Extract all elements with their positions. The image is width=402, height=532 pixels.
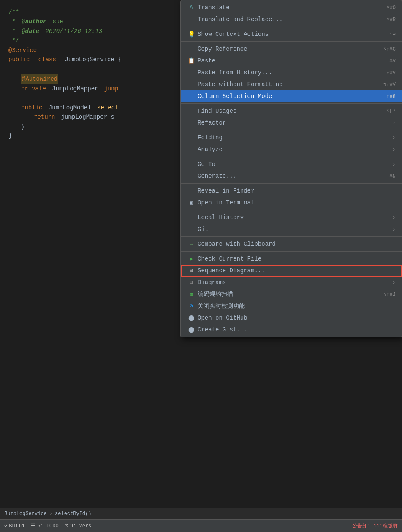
menu-item-goto[interactable]: Go To › [181,158,402,170]
code-line-1: /** [8,8,19,17]
breadcrumb-method[interactable]: selectById() [55,511,91,517]
code-line-2: * [8,17,19,26]
menu-section-reveal-terminal: Reveal in Finder ▣ Open in Terminal [181,184,402,210]
menu-item-check-file[interactable]: ▶ Check Current File [181,253,402,265]
menu-item-copy-reference[interactable]: Copy Reference ⌥⇧⌘C [181,43,402,55]
menu-section-local-history-git: Local History › Git › [181,210,402,237]
menu-item-translate[interactable]: A Translate ^⌘O [181,2,402,14]
menu-item-find-usages[interactable]: Find Usages ⌥F7 [181,105,402,117]
menu-item-translate-replace[interactable]: Translate and Replace... ^⌘R [181,14,402,25]
menu-item-compare-clipboard[interactable]: ⇒ Compare with Clipboard [181,238,402,250]
breadcrumb: JumpLogService › selectById() [0,508,402,519]
todo-icon: ☰ [31,523,35,529]
menu-item-analyze[interactable]: Analyze › [181,144,402,155]
sequence-diagram-icon: ⊞ [187,267,196,274]
menu-section-extra-tools: ▶ Check Current File ⊞ Sequence Diagram.… [181,252,402,337]
menu-section-context-actions: 💡 Show Context Actions ⌥↩ [181,27,402,42]
status-version[interactable]: ⌥ 9: Vers... [65,523,100,529]
terminal-icon: ▣ [187,199,196,206]
status-bar: ⚒ Build ☰ 6: TODO ⌥ 9: Vers... 公告知: 11:准… [0,519,402,532]
version-icon: ⌥ [65,523,68,529]
bulb-icon: 💡 [187,31,196,38]
menu-item-create-gist[interactable]: ⬤ Create Gist... [181,324,402,336]
menu-item-reveal-finder[interactable]: Reveal in Finder [181,185,402,197]
code-scan-icon: ▦ [187,291,196,298]
menu-item-open-terminal[interactable]: ▣ Open in Terminal [181,197,402,209]
menu-item-diagrams[interactable]: ⊟ Diagrams › [181,277,402,288]
context-menu: A Translate ^⌘O Translate and Replace...… [180,0,402,337]
menu-item-folding[interactable]: Folding › [181,132,402,144]
menu-item-open-github[interactable]: ⬤ Open on GitHub [181,312,402,324]
menu-item-paste[interactable]: 📋 Paste ⌘V [181,55,402,67]
menu-section-compare-clipboard: ⇒ Compare with Clipboard [181,237,402,252]
menu-item-refactor[interactable]: Refactor › [181,117,402,129]
translate-icon: A [187,4,196,11]
menu-section-clipboard: Copy Reference ⌥⇧⌘C 📋 Paste ⌘V Paste fro… [181,42,402,104]
play-icon: ▶ [187,255,196,262]
menu-item-show-context-actions[interactable]: 💡 Show Context Actions ⌥↩ [181,28,402,40]
menu-item-git[interactable]: Git › [181,223,402,235]
gist-icon: ⬤ [187,326,196,333]
menu-section-translate: A Translate ^⌘O Translate and Replace...… [181,0,402,27]
menu-section-find-refactor: Find Usages ⌥F7 Refactor › [181,104,402,130]
status-right: 公告知: 11:准版群 [352,522,398,529]
menu-item-paste-no-format[interactable]: Paste without Formatting ⌥⇧⌘V [181,79,402,90]
compare-clipboard-icon: ⇒ [187,241,196,247]
menu-item-local-history[interactable]: Local History › [181,212,402,223]
menu-item-close-realtime[interactable]: ⊘ 关闭实时检测功能 [181,300,402,312]
breadcrumb-class[interactable]: JumpLogService [4,511,47,517]
close-realtime-icon: ⊘ [187,303,196,309]
menu-section-goto-generate: Go To › Generate... ⌘N [181,157,402,184]
menu-section-folding-analyze: Folding › Analyze › [181,130,402,157]
menu-item-generate[interactable]: Generate... ⌘N [181,170,402,182]
menu-item-sequence-diagram[interactable]: ⊞ Sequence Diagram... [181,265,402,277]
diagrams-icon: ⊟ [187,279,196,286]
build-icon: ⚒ [4,523,7,529]
status-todo[interactable]: ☰ 6: TODO [31,523,58,529]
menu-item-paste-history[interactable]: Paste from History... ⇧⌘V [181,67,402,79]
paste-icon: 📋 [187,57,196,64]
menu-item-column-selection[interactable]: Column Selection Mode ⇧⌘8 [181,90,402,102]
github-icon: ⬤ [187,315,196,321]
status-build[interactable]: ⚒ Build [4,523,24,529]
menu-item-code-scan[interactable]: ▦ 编码规约扫描 ⌥⇧⌘J [181,288,402,300]
